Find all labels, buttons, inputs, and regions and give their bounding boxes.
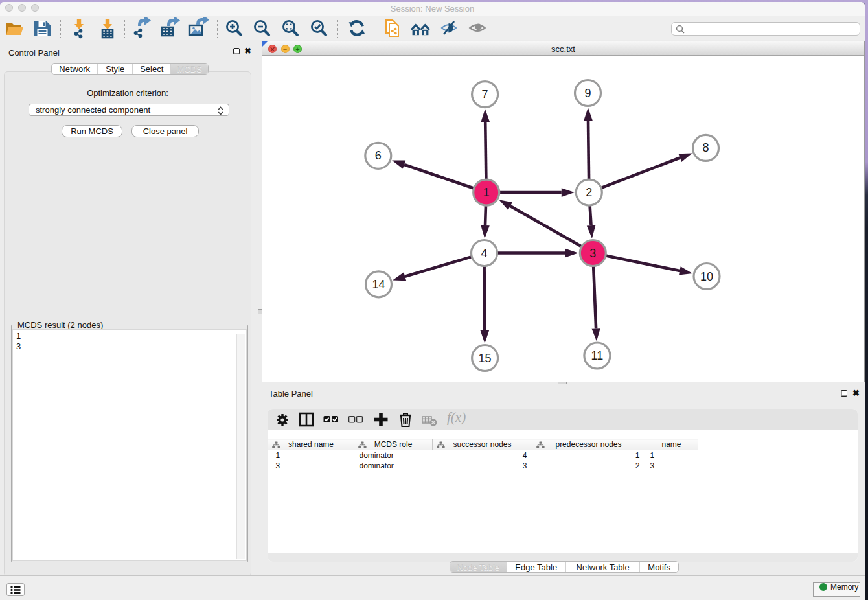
svg-text:6: 6 (375, 149, 382, 162)
svg-text:7: 7 (482, 88, 488, 101)
svg-text:15: 15 (479, 352, 492, 365)
svg-text:8: 8 (702, 141, 709, 154)
svg-text:11: 11 (591, 349, 604, 362)
svg-text:2: 2 (586, 186, 592, 199)
svg-text:1: 1 (483, 186, 490, 199)
svg-text:14: 14 (372, 278, 385, 291)
svg-text:9: 9 (584, 87, 591, 100)
svg-text:4: 4 (481, 247, 487, 260)
svg-text:3: 3 (589, 247, 596, 260)
svg-text:10: 10 (700, 270, 713, 283)
